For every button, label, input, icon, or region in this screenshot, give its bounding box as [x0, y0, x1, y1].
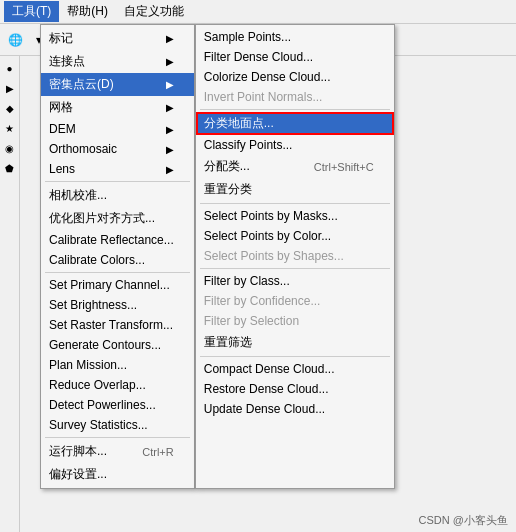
- separator-1: [45, 181, 190, 182]
- menu-item-dem-arrow: ▶: [166, 124, 174, 135]
- menu-item-calibrate-colors-label: Calibrate Colors...: [49, 253, 145, 267]
- menu-item-reduce-overlap[interactable]: Reduce Overlap...: [41, 375, 194, 395]
- menu-item-mesh[interactable]: 网格 ▶: [41, 96, 194, 119]
- menu-item-classify-ground[interactable]: 分类地面点...: [196, 112, 394, 135]
- dropdown-container: 标记 ▶ 连接点 ▶ 密集点云(D) ▶ 网格 ▶ DEM ▶ Orthomos…: [40, 24, 395, 489]
- menu-item-reset-filter-label: 重置筛选: [204, 334, 252, 351]
- menu-level2: Sample Points... Filter Dense Cloud... C…: [195, 24, 395, 489]
- menu-item-contours-label: Generate Contours...: [49, 338, 161, 352]
- menu-item-optimize[interactable]: 优化图片对齐方式...: [41, 207, 194, 230]
- menu-item-preferences-label: 偏好设置...: [49, 466, 107, 483]
- menu-item-densecloud-arrow: ▶: [166, 79, 174, 90]
- menu-item-reset-filter[interactable]: 重置筛选: [196, 331, 394, 354]
- menu-item-filter-by-selection: Filter by Selection: [196, 311, 394, 331]
- menu-item-powerlines-label: Detect Powerlines...: [49, 398, 156, 412]
- menu-item-filter-by-class[interactable]: Filter by Class...: [196, 271, 394, 291]
- menu-item-markers[interactable]: 标记 ▶: [41, 27, 194, 50]
- menu-item-survey-label: Survey Statistics...: [49, 418, 148, 432]
- menu-item-ortho[interactable]: Orthomosaic ▶: [41, 139, 194, 159]
- menu-item-camera-calibrate[interactable]: 相机校准...: [41, 184, 194, 207]
- menu-item-optimize-label: 优化图片对齐方式...: [49, 210, 155, 227]
- menu-item-select-by-shapes: Select Points by Shapes...: [196, 246, 394, 266]
- menu-item-mission[interactable]: Plan Mission...: [41, 355, 194, 375]
- menu-item-markers-label: 标记: [49, 30, 73, 47]
- left-icon-1[interactable]: ●: [2, 60, 18, 76]
- menu-bar: 工具(T) 帮助(H) 自定义功能: [0, 0, 516, 24]
- menu-item-lens[interactable]: Lens ▶: [41, 159, 194, 179]
- menu-item-filter-by-confidence: Filter by Confidence...: [196, 291, 394, 311]
- menu-item-raster-transform[interactable]: Set Raster Transform...: [41, 315, 194, 335]
- separator-2: [45, 272, 190, 273]
- menu-item-densecloud[interactable]: 密集点云(D) ▶: [41, 73, 194, 96]
- left-icon-5[interactable]: ◉: [2, 140, 18, 156]
- menu-item-classify-points-label: Classify Points...: [204, 138, 293, 152]
- separator-3: [45, 437, 190, 438]
- menu-item-update-dense[interactable]: Update Dense Cloud...: [196, 399, 394, 419]
- menu-item-powerlines[interactable]: Detect Powerlines...: [41, 395, 194, 415]
- menu-item-select-by-masks[interactable]: Select Points by Masks...: [196, 206, 394, 226]
- menu-item-survey[interactable]: Survey Statistics...: [41, 415, 194, 435]
- menu-level1: 标记 ▶ 连接点 ▶ 密集点云(D) ▶ 网格 ▶ DEM ▶ Orthomos…: [40, 24, 195, 489]
- menu-item-primary-channel[interactable]: Set Primary Channel...: [41, 275, 194, 295]
- menu-item-ties-arrow: ▶: [166, 56, 174, 67]
- menu-item-colorize-dense[interactable]: Colorize Dense Cloud...: [196, 67, 394, 87]
- menu-item-run-script[interactable]: 运行脚本... Ctrl+R: [41, 440, 194, 463]
- menu-item-filter-dense[interactable]: Filter Dense Cloud...: [196, 47, 394, 67]
- menu-item-invert-normals: Invert Point Normals...: [196, 87, 394, 107]
- menu-item-filter-by-confidence-label: Filter by Confidence...: [204, 294, 321, 308]
- menu-item-calibrate-reflectance[interactable]: Calibrate Reflectance...: [41, 230, 194, 250]
- menu-item-reset-classification[interactable]: 重置分类: [196, 178, 394, 201]
- menu-item-preferences[interactable]: 偏好设置...: [41, 463, 194, 486]
- menu-item-run-script-shortcut: Ctrl+R: [142, 446, 173, 458]
- menu-item-calibrate-reflectance-label: Calibrate Reflectance...: [49, 233, 174, 247]
- menu-item-invert-normals-label: Invert Point Normals...: [204, 90, 323, 104]
- menu-item-raster-transform-label: Set Raster Transform...: [49, 318, 173, 332]
- menu-item-lens-label: Lens: [49, 162, 75, 176]
- separator-l2-4: [200, 356, 390, 357]
- menu-item-filter-dense-label: Filter Dense Cloud...: [204, 50, 313, 64]
- menu-item-compact-dense-label: Compact Dense Cloud...: [204, 362, 335, 376]
- menu-item-select-by-color[interactable]: Select Points by Color...: [196, 226, 394, 246]
- left-icon-2[interactable]: ▶: [2, 80, 18, 96]
- menu-item-mesh-arrow: ▶: [166, 102, 174, 113]
- left-toolbar: ● ▶ ◆ ★ ◉ ⬟: [0, 56, 20, 532]
- menu-item-assign-class[interactable]: 分配类... Ctrl+Shift+C: [196, 155, 394, 178]
- left-icon-6[interactable]: ⬟: [2, 160, 18, 176]
- left-icon-3[interactable]: ◆: [2, 100, 18, 116]
- menu-item-select-by-color-label: Select Points by Color...: [204, 229, 331, 243]
- watermark: CSDN @小客头鱼: [419, 513, 508, 528]
- menu-item-brightness[interactable]: Set Brightness...: [41, 295, 194, 315]
- separator-l2-2: [200, 203, 390, 204]
- menu-bar-custom[interactable]: 自定义功能: [116, 1, 192, 22]
- menu-item-sample-points[interactable]: Sample Points...: [196, 27, 394, 47]
- left-icon-4[interactable]: ★: [2, 120, 18, 136]
- menu-item-update-dense-label: Update Dense Cloud...: [204, 402, 325, 416]
- menu-item-classify-points[interactable]: Classify Points...: [196, 135, 394, 155]
- menu-item-brightness-label: Set Brightness...: [49, 298, 137, 312]
- menu-item-compact-dense[interactable]: Compact Dense Cloud...: [196, 359, 394, 379]
- menu-item-densecloud-label: 密集点云(D): [49, 76, 114, 93]
- separator-l2-3: [200, 268, 390, 269]
- menu-item-ties[interactable]: 连接点 ▶: [41, 50, 194, 73]
- menu-item-lens-arrow: ▶: [166, 164, 174, 175]
- menu-item-run-script-label: 运行脚本...: [49, 443, 107, 460]
- menu-item-assign-class-shortcut: Ctrl+Shift+C: [314, 161, 374, 173]
- menu-item-select-by-masks-label: Select Points by Masks...: [204, 209, 338, 223]
- menu-item-dem[interactable]: DEM ▶: [41, 119, 194, 139]
- menu-item-markers-arrow: ▶: [166, 33, 174, 44]
- menu-item-contours[interactable]: Generate Contours...: [41, 335, 194, 355]
- toolbar-globe-icon[interactable]: 🌐: [4, 29, 26, 51]
- menu-item-ties-label: 连接点: [49, 53, 85, 70]
- menu-item-primary-channel-label: Set Primary Channel...: [49, 278, 170, 292]
- menu-item-camera-calibrate-label: 相机校准...: [49, 187, 107, 204]
- menu-bar-help[interactable]: 帮助(H): [59, 1, 116, 22]
- menu-item-select-by-shapes-label: Select Points by Shapes...: [204, 249, 344, 263]
- menu-item-filter-by-selection-label: Filter by Selection: [204, 314, 299, 328]
- menu-item-calibrate-colors[interactable]: Calibrate Colors...: [41, 250, 194, 270]
- menu-item-reduce-overlap-label: Reduce Overlap...: [49, 378, 146, 392]
- menu-bar-tools[interactable]: 工具(T): [4, 1, 59, 22]
- menu-item-sample-points-label: Sample Points...: [204, 30, 291, 44]
- menu-item-reset-classification-label: 重置分类: [204, 181, 252, 198]
- menu-item-filter-by-class-label: Filter by Class...: [204, 274, 290, 288]
- menu-item-restore-dense[interactable]: Restore Dense Cloud...: [196, 379, 394, 399]
